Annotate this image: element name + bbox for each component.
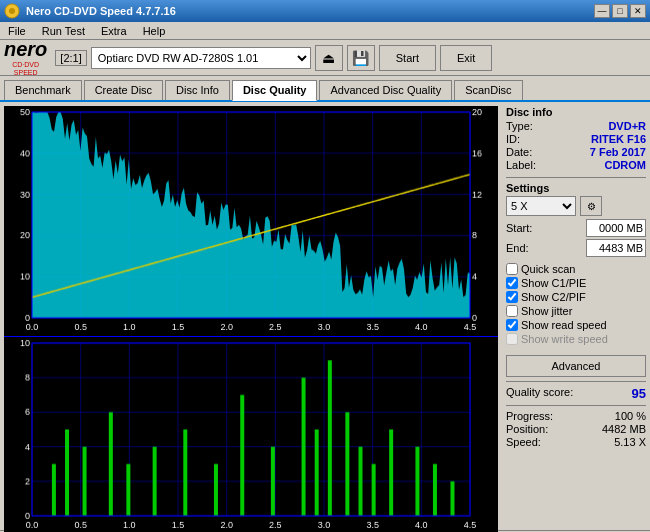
show-c2-pif-checkbox[interactable] (506, 291, 518, 303)
drive-label: [2:1] (55, 50, 86, 66)
drive-selector: [2:1] Optiarc DVD RW AD-7280S 1.01 (55, 47, 310, 69)
separator-2 (506, 381, 646, 382)
show-jitter-row: Show jitter (506, 305, 646, 317)
tab-advanced-disc-quality[interactable]: Advanced Disc Quality (319, 80, 452, 100)
nero-logo: nero CD·DVDSPEED (4, 39, 47, 76)
end-row: End: (506, 239, 646, 257)
quick-scan-checkbox[interactable] (506, 263, 518, 275)
show-write-speed-label: Show write speed (521, 333, 608, 345)
quality-score-label: Quality score: (506, 386, 573, 401)
title-bar: Nero CD-DVD Speed 4.7.7.16 — □ ✕ (0, 0, 650, 22)
quick-scan-row: Quick scan (506, 263, 646, 275)
start-label: Start: (506, 222, 532, 234)
settings-section: Settings 5 X 4 X 8 X Maximum ⚙ Start: 00… (506, 182, 646, 257)
disc-type-row: Type: DVD+R (506, 120, 646, 132)
separator-3 (506, 405, 646, 406)
position-label: Position: (506, 423, 548, 435)
show-write-speed-checkbox (506, 333, 518, 345)
progress-row: Progress: 100 % (506, 410, 646, 422)
menu-extra[interactable]: Extra (97, 24, 131, 38)
show-jitter-label: Show jitter (521, 305, 572, 317)
checkboxes-section: Quick scan Show C1/PIE Show C2/PIF Show … (506, 263, 646, 345)
end-input[interactable] (586, 239, 646, 257)
eject-icon: ⏏ (322, 50, 335, 66)
show-c1-pie-row: Show C1/PIE (506, 277, 646, 289)
menu-help[interactable]: Help (139, 24, 170, 38)
menu-file[interactable]: File (4, 24, 30, 38)
show-write-speed-row: Show write speed (506, 333, 646, 345)
quality-score-value: 95 (632, 386, 646, 401)
window-controls: — □ ✕ (594, 4, 646, 18)
save-icon: 💾 (352, 50, 369, 66)
start-row: Start: 0000 MB (506, 219, 646, 237)
quick-scan-label: Quick scan (521, 263, 575, 275)
tab-disc-quality[interactable]: Disc Quality (232, 80, 318, 101)
minimize-button[interactable]: — (594, 4, 610, 18)
position-row: Position: 4482 MB (506, 423, 646, 435)
svg-point-1 (9, 8, 15, 14)
nero-logo-sub: CD·DVDSPEED (4, 61, 47, 76)
window-title: Nero CD-DVD Speed 4.7.7.16 (26, 5, 176, 17)
disc-label-row: Label: CDROM (506, 159, 646, 171)
settings-icon-button[interactable]: ⚙ (580, 196, 602, 216)
start-button[interactable]: Start (379, 45, 436, 71)
toolbar: nero CD·DVDSPEED [2:1] Optiarc DVD RW AD… (0, 40, 650, 76)
show-read-speed-row: Show read speed (506, 319, 646, 331)
chart-upper (4, 106, 498, 337)
speed-row: 5 X 4 X 8 X Maximum ⚙ (506, 196, 646, 216)
disc-type-label: Type: (506, 120, 533, 132)
start-input[interactable]: 0000 MB (586, 219, 646, 237)
show-c2-pif-row: Show C2/PIF (506, 291, 646, 303)
main-content: Disc info Type: DVD+R ID: RITEK F16 Date… (0, 102, 650, 530)
disc-date-row: Date: 7 Feb 2017 (506, 146, 646, 158)
save-button[interactable]: 💾 (347, 45, 375, 71)
chart-lower (4, 337, 498, 532)
disc-id-value: RITEK F16 (591, 133, 646, 145)
quality-score-row: Quality score: 95 (506, 386, 646, 401)
disc-id-label: ID: (506, 133, 520, 145)
speed-label: Speed: (506, 436, 541, 448)
progress-value: 100 % (615, 410, 646, 422)
progress-label: Progress: (506, 410, 553, 422)
disc-info-title: Disc info (506, 106, 646, 118)
end-label: End: (506, 242, 529, 254)
upper-chart-canvas (4, 106, 498, 336)
show-jitter-checkbox[interactable] (506, 305, 518, 317)
speed-select[interactable]: 5 X 4 X 8 X Maximum (506, 196, 576, 216)
separator-1 (506, 177, 646, 178)
show-c1-pie-label: Show C1/PIE (521, 277, 586, 289)
progress-section: Progress: 100 % Position: 4482 MB Speed:… (506, 410, 646, 448)
right-panel: Disc info Type: DVD+R ID: RITEK F16 Date… (502, 102, 650, 530)
eject-button[interactable]: ⏏ (315, 45, 343, 71)
show-read-speed-label: Show read speed (521, 319, 607, 331)
position-value: 4482 MB (602, 423, 646, 435)
tab-disc-info[interactable]: Disc Info (165, 80, 230, 100)
show-c2-pif-label: Show C2/PIF (521, 291, 586, 303)
lower-chart-canvas (4, 337, 498, 532)
maximize-button[interactable]: □ (612, 4, 628, 18)
disc-type-value: DVD+R (608, 120, 646, 132)
settings-title: Settings (506, 182, 646, 194)
speed-row: Speed: 5.13 X (506, 436, 646, 448)
app-icon (4, 3, 20, 19)
disc-id-row: ID: RITEK F16 (506, 133, 646, 145)
disc-label-value: CDROM (604, 159, 646, 171)
exit-button[interactable]: Exit (440, 45, 492, 71)
show-read-speed-checkbox[interactable] (506, 319, 518, 331)
menu-bar: File Run Test Extra Help (0, 22, 650, 40)
disc-label-label: Label: (506, 159, 536, 171)
chart-area (4, 106, 498, 526)
speed-value: 5.13 X (614, 436, 646, 448)
disc-date-label: Date: (506, 146, 532, 158)
nero-logo-text: nero (4, 39, 47, 59)
disc-date-value: 7 Feb 2017 (590, 146, 646, 158)
tab-scan-disc[interactable]: ScanDisc (454, 80, 522, 100)
tab-create-disc[interactable]: Create Disc (84, 80, 163, 100)
drive-combo[interactable]: Optiarc DVD RW AD-7280S 1.01 (91, 47, 311, 69)
disc-info-section: Disc info Type: DVD+R ID: RITEK F16 Date… (506, 106, 646, 171)
close-button[interactable]: ✕ (630, 4, 646, 18)
tab-benchmark[interactable]: Benchmark (4, 80, 82, 100)
show-c1-pie-checkbox[interactable] (506, 277, 518, 289)
menu-run-test[interactable]: Run Test (38, 24, 89, 38)
advanced-button[interactable]: Advanced (506, 355, 646, 377)
